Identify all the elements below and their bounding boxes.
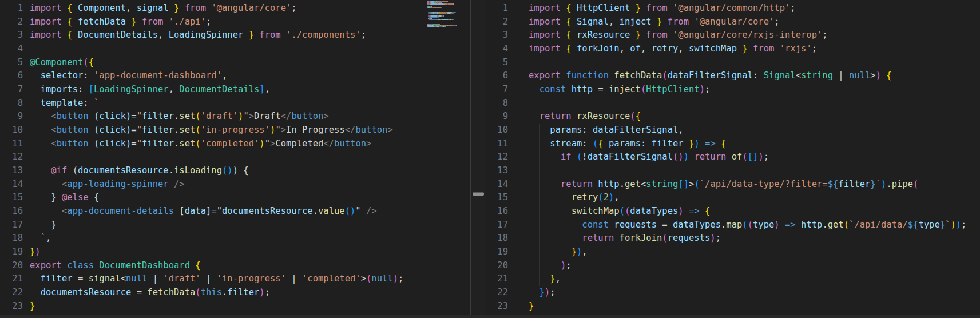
code-text[interactable] bbox=[529, 97, 980, 110]
code-text[interactable]: params: dataFilterSignal, bbox=[529, 124, 980, 137]
code-text[interactable]: <app-document-details [data]="documentsR… bbox=[30, 205, 470, 218]
code-text[interactable]: @Component({ bbox=[30, 56, 470, 70]
split-divider[interactable] bbox=[470, 0, 486, 318]
divider-grip-handle[interactable] bbox=[473, 192, 484, 196]
code-line[interactable]: 15 } @else { bbox=[0, 191, 470, 205]
code-line[interactable]: 8 bbox=[486, 97, 980, 110]
code-line[interactable]: 8 template: ` bbox=[0, 97, 470, 110]
code-line[interactable]: 13 @if (documentsResource.isLoading()) { bbox=[0, 164, 470, 178]
code-line[interactable]: 16 switchMap((dataTypes) => { bbox=[486, 205, 980, 218]
code-text[interactable]: }, bbox=[529, 272, 980, 286]
code-line[interactable]: 22 documentsResource = fetchData(this.fi… bbox=[0, 286, 470, 300]
code-text[interactable]: if (!dataFilterSignal()) return of([]); bbox=[529, 150, 980, 164]
code-text[interactable]: stream: ({ params: filter }) => { bbox=[529, 137, 980, 151]
line-number: 20 bbox=[0, 259, 23, 273]
code-text[interactable]: @if (documentsResource.isLoading()) { bbox=[30, 164, 470, 178]
code-text[interactable]: import { Component, signal } from '@angu… bbox=[30, 2, 470, 15]
code-text[interactable]: import { rxResource } from '@angular/cor… bbox=[529, 29, 980, 42]
code-line[interactable]: 11 <button (click)="filter.set('complete… bbox=[0, 137, 470, 151]
code-text[interactable]: import { Signal, inject } from '@angular… bbox=[529, 15, 980, 29]
code-text[interactable]: ); bbox=[529, 259, 980, 273]
code-line[interactable]: 18 `, bbox=[0, 232, 470, 245]
code-text[interactable]: `, bbox=[30, 232, 470, 245]
code-text[interactable]: return rxResource({ bbox=[529, 110, 980, 124]
code-text[interactable]: }), bbox=[529, 245, 980, 259]
code-line[interactable]: 2import { Signal, inject } from '@angula… bbox=[486, 15, 980, 29]
code-line[interactable]: 2import { fetchData } from './api'; bbox=[0, 15, 470, 29]
code-line[interactable]: 1import { Component, signal } from '@ang… bbox=[0, 2, 470, 15]
code-line[interactable]: 23} bbox=[486, 300, 980, 313]
code-line[interactable]: 22 }); bbox=[486, 286, 980, 300]
code-line[interactable]: 4import { forkJoin, of, retry, switchMap… bbox=[486, 42, 980, 56]
code-line[interactable]: 6 selector: 'app-document-dashboard', bbox=[0, 69, 470, 83]
code-line[interactable]: 12 if (!dataFilterSignal()) return of([]… bbox=[486, 150, 980, 164]
code-text[interactable]: return http.get<string[]>(`/api/data-typ… bbox=[529, 178, 980, 192]
code-line[interactable]: 17 } bbox=[0, 218, 470, 232]
code-line[interactable]: 15 retry(2), bbox=[486, 191, 980, 205]
code-line[interactable]: 12 bbox=[0, 150, 470, 164]
editor-pane-right[interactable]: 1import { HttpClient } from '@angular/co… bbox=[486, 0, 980, 318]
code-text[interactable]: imports: [LoadingSpinner, DocumentDetail… bbox=[30, 83, 470, 97]
code-text[interactable]: export function fetchData(dataFilterSign… bbox=[529, 69, 980, 83]
code-line[interactable]: 14 <app-loading-spinner /> bbox=[0, 178, 470, 192]
code-text[interactable]: import { forkJoin, of, retry, switchMap … bbox=[529, 42, 980, 56]
code-line[interactable]: 1import { HttpClient } from '@angular/co… bbox=[486, 2, 980, 15]
code-text[interactable] bbox=[30, 42, 470, 56]
code-line[interactable]: 10 params: dataFilterSignal, bbox=[486, 124, 980, 137]
code-line[interactable]: 9 return rxResource({ bbox=[486, 110, 980, 124]
code-line[interactable]: 20 ); bbox=[486, 259, 980, 273]
code-text[interactable] bbox=[529, 164, 980, 178]
line-number: 7 bbox=[0, 83, 23, 97]
code-text[interactable]: }) bbox=[30, 245, 470, 259]
code-line[interactable]: 17 const requests = dataTypes.map((type)… bbox=[486, 218, 980, 232]
code-line[interactable]: 23} bbox=[0, 300, 470, 313]
code-lines-right: 1import { HttpClient } from '@angular/co… bbox=[486, 0, 980, 313]
editor-pane-left[interactable]: 1import { Component, signal } from '@ang… bbox=[0, 0, 470, 318]
code-line[interactable]: 5@Component({ bbox=[0, 56, 470, 70]
code-line[interactable]: 21 }, bbox=[486, 272, 980, 286]
code-text[interactable]: import { HttpClient } from '@angular/com… bbox=[529, 2, 980, 15]
code-text[interactable]: <button (click)="filter.set('completed')… bbox=[30, 137, 470, 151]
code-line[interactable]: 7 imports: [LoadingSpinner, DocumentDeta… bbox=[0, 83, 470, 97]
code-text[interactable]: switchMap((dataTypes) => { bbox=[529, 205, 980, 218]
code-line[interactable]: 16 <app-document-details [data]="documen… bbox=[0, 205, 470, 218]
code-text[interactable]: return forkJoin(requests); bbox=[529, 232, 980, 245]
code-line[interactable]: 3import { rxResource } from '@angular/co… bbox=[486, 29, 980, 42]
code-line[interactable]: 3import { DocumentDetails, LoadingSpinne… bbox=[0, 29, 470, 42]
code-text[interactable] bbox=[529, 56, 980, 70]
code-text[interactable]: import { DocumentDetails, LoadingSpinner… bbox=[30, 29, 470, 42]
code-line[interactable]: 5 bbox=[486, 56, 980, 70]
code-line[interactable]: 19 }), bbox=[486, 245, 980, 259]
code-line[interactable]: 7 const http = inject(HttpClient); bbox=[486, 83, 980, 97]
code-text[interactable]: template: ` bbox=[30, 97, 470, 110]
code-line[interactable]: 4 bbox=[0, 42, 470, 56]
code-text[interactable]: documentsResource = fetchData(this.filte… bbox=[30, 286, 470, 300]
code-text[interactable]: const requests = dataTypes.map((type) =>… bbox=[529, 218, 980, 232]
code-text[interactable]: import { fetchData } from './api'; bbox=[30, 15, 470, 29]
code-text[interactable]: <button (click)="filter.set('in-progress… bbox=[30, 124, 470, 137]
code-text[interactable]: export class DocumentDashboard { bbox=[30, 259, 470, 273]
code-text[interactable]: filter = signal<null | 'draft' | 'in-pro… bbox=[30, 272, 470, 286]
code-text[interactable]: <button (click)="filter.set('draft')">Dr… bbox=[30, 110, 470, 124]
code-text[interactable]: retry(2), bbox=[529, 191, 980, 205]
code-line[interactable]: 9 <button (click)="filter.set('draft')">… bbox=[0, 110, 470, 124]
code-text[interactable] bbox=[30, 150, 470, 164]
code-line[interactable]: 20export class DocumentDashboard { bbox=[0, 259, 470, 273]
code-text[interactable]: } bbox=[30, 218, 470, 232]
code-text[interactable]: const http = inject(HttpClient); bbox=[529, 83, 980, 97]
code-line[interactable]: 11 stream: ({ params: filter }) => { bbox=[486, 137, 980, 151]
code-text[interactable]: <app-loading-spinner /> bbox=[30, 178, 470, 192]
code-line[interactable]: 10 <button (click)="filter.set('in-progr… bbox=[0, 124, 470, 137]
minimap[interactable] bbox=[427, 1, 469, 87]
code-line[interactable]: 14 return http.get<string[]>(`/api/data-… bbox=[486, 178, 980, 192]
code-text[interactable]: } @else { bbox=[30, 191, 470, 205]
code-text[interactable]: }); bbox=[529, 286, 980, 300]
code-text[interactable]: selector: 'app-document-dashboard', bbox=[30, 69, 470, 83]
code-text[interactable]: } bbox=[30, 300, 470, 313]
code-line[interactable]: 18 return forkJoin(requests); bbox=[486, 232, 980, 245]
code-text[interactable]: } bbox=[529, 300, 980, 313]
code-line[interactable]: 13 bbox=[486, 164, 980, 178]
code-line[interactable]: 19}) bbox=[0, 245, 470, 259]
code-line[interactable]: 21 filter = signal<null | 'draft' | 'in-… bbox=[0, 272, 470, 286]
code-line[interactable]: 6export function fetchData(dataFilterSig… bbox=[486, 69, 980, 83]
